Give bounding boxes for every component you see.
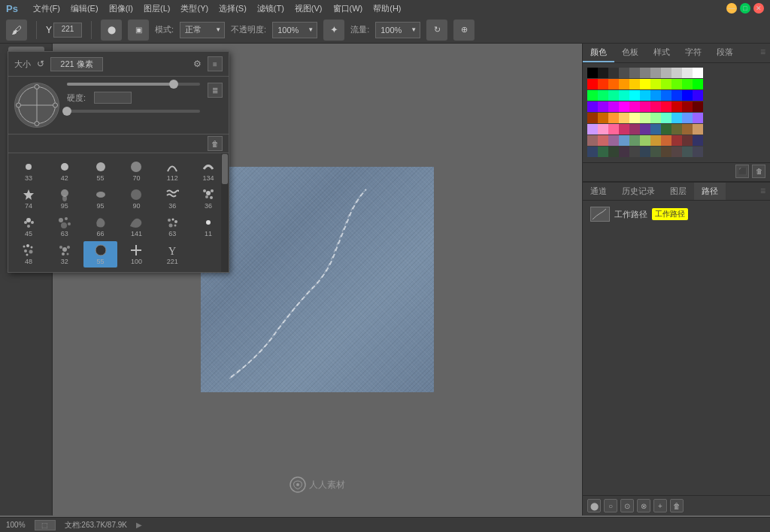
color-swatch[interactable] xyxy=(587,147,598,157)
brush-tool-icon[interactable]: 🖌 xyxy=(6,20,27,41)
fill-path-icon[interactable]: ⬤ xyxy=(587,499,601,512)
color-swatch[interactable] xyxy=(650,124,661,135)
delete-brush-icon[interactable]: 🗑 xyxy=(208,136,223,151)
color-swatch[interactable] xyxy=(682,79,693,89)
color-swatch[interactable] xyxy=(693,68,703,78)
brush-scrollbar-thumb[interactable] xyxy=(222,154,228,184)
color-swatch[interactable] xyxy=(671,90,682,101)
mode-dropdown[interactable]: 正常 xyxy=(180,22,225,38)
brush-reset-icon[interactable]: ↺ xyxy=(37,59,44,69)
color-swatch[interactable] xyxy=(587,124,598,135)
menu-view[interactable]: 视图(V) xyxy=(290,2,327,16)
menu-window[interactable]: 窗口(W) xyxy=(329,2,368,16)
tab-channels[interactable]: 通道 xyxy=(583,183,614,200)
menu-filter[interactable]: 滤镜(T) xyxy=(253,2,289,16)
top-handle[interactable] xyxy=(35,84,40,89)
color-swatch[interactable] xyxy=(650,79,661,89)
color-swatch[interactable] xyxy=(598,79,608,89)
color-swatch[interactable] xyxy=(598,113,608,123)
brush-item-74[interactable]: 74 xyxy=(11,186,46,212)
color-swatch[interactable] xyxy=(608,124,619,135)
color-swatch[interactable] xyxy=(587,90,598,101)
new-path-icon[interactable]: + xyxy=(653,499,667,512)
brush-item-63a[interactable]: 63 xyxy=(47,213,82,240)
color-swatch[interactable] xyxy=(598,68,608,78)
color-swatch[interactable] xyxy=(671,124,682,135)
close-button[interactable]: ✕ xyxy=(753,3,764,14)
load-path-icon[interactable]: ⊙ xyxy=(620,499,634,512)
color-swatch[interactable] xyxy=(693,135,703,146)
color-swatch[interactable] xyxy=(682,124,693,135)
color-swatch[interactable] xyxy=(650,68,661,78)
status-arrow[interactable]: ▶ xyxy=(136,521,142,529)
tab-paragraph[interactable]: 段落 xyxy=(709,44,741,62)
color-swatch[interactable] xyxy=(693,90,703,101)
color-swatch[interactable] xyxy=(693,147,703,157)
airbrush-icon[interactable]: ✦ xyxy=(323,20,344,41)
stroke-path-icon[interactable]: ○ xyxy=(604,499,617,512)
color-swatch[interactable] xyxy=(640,124,650,135)
color-swatch[interactable] xyxy=(629,101,640,112)
color-swatch[interactable] xyxy=(693,101,703,112)
color-swatch[interactable] xyxy=(608,79,619,89)
color-swatch[interactable] xyxy=(640,68,650,78)
tab-swatches[interactable]: 色板 xyxy=(614,44,646,62)
brush-gear-icon[interactable]: ⚙ xyxy=(193,59,202,69)
color-swatch[interactable] xyxy=(608,101,619,112)
brush-item-66[interactable]: 66 xyxy=(83,213,118,240)
hardness-input[interactable] xyxy=(94,92,132,104)
color-swatch[interactable] xyxy=(629,147,640,157)
tab-layers[interactable]: 图层 xyxy=(662,183,694,200)
color-swatch[interactable] xyxy=(682,135,693,146)
bottom-handle[interactable] xyxy=(35,121,40,126)
color-swatch[interactable] xyxy=(608,90,619,101)
color-swatch[interactable] xyxy=(671,101,682,112)
zoom-box[interactable]: ⬚ xyxy=(35,520,56,530)
delete-path-icon[interactable]: 🗑 xyxy=(670,499,684,512)
tab-paths[interactable]: 路径 xyxy=(694,183,726,200)
color-swatch[interactable] xyxy=(619,135,629,146)
tab-character[interactable]: 字符 xyxy=(678,44,709,62)
smoothing-icon[interactable]: ↻ xyxy=(426,20,447,41)
color-swatch[interactable] xyxy=(671,68,682,78)
angle-icon[interactable]: ⊕ xyxy=(453,20,474,41)
opacity-dropdown[interactable]: 100% xyxy=(272,22,317,38)
color-swatch[interactable] xyxy=(693,113,703,123)
menu-edit[interactable]: 编辑(E) xyxy=(66,2,103,16)
brush-preset-icon[interactable]: ⬤ xyxy=(101,20,122,41)
color-swatch[interactable] xyxy=(640,113,650,123)
brush-item-36a[interactable]: 36 xyxy=(155,186,189,212)
lower-panel-menu[interactable]: ≡ xyxy=(756,183,770,200)
color-swatch[interactable] xyxy=(640,90,650,101)
menu-bar[interactable]: 文件(F) 编辑(E) 图像(I) 图层(L) 类型(Y) 选择(S) 滤镜(T… xyxy=(29,2,406,16)
delete-swatch-icon[interactable]: 🗑 xyxy=(752,165,765,178)
color-swatch[interactable] xyxy=(587,101,598,112)
color-swatch[interactable] xyxy=(671,135,682,146)
tab-color[interactable]: 颜色 xyxy=(583,44,614,62)
color-swatch[interactable] xyxy=(682,101,693,112)
color-swatch[interactable] xyxy=(650,135,661,146)
color-swatch[interactable] xyxy=(640,101,650,112)
color-swatch[interactable] xyxy=(682,113,693,123)
color-swatch[interactable] xyxy=(587,79,598,89)
color-swatch[interactable] xyxy=(661,124,671,135)
minimize-button[interactable]: — xyxy=(726,3,737,14)
brush-item-90[interactable]: 90 xyxy=(119,186,153,212)
color-swatch[interactable] xyxy=(598,147,608,157)
color-swatch[interactable] xyxy=(661,101,671,112)
brush-list-icon[interactable]: ≣ xyxy=(208,83,223,98)
color-swatch[interactable] xyxy=(629,90,640,101)
color-swatch[interactable] xyxy=(608,68,619,78)
menu-image[interactable]: 图像(I) xyxy=(105,2,138,16)
brush-item-112[interactable]: 112 xyxy=(155,158,189,184)
color-swatch[interactable] xyxy=(587,68,598,78)
color-swatch[interactable] xyxy=(629,113,640,123)
panel-menu-icon[interactable]: ≡ xyxy=(208,56,223,71)
tab-history[interactable]: 历史记录 xyxy=(614,183,662,200)
brush-item-55b[interactable]: 55 xyxy=(83,241,118,268)
color-swatch[interactable] xyxy=(619,147,629,157)
color-swatch[interactable] xyxy=(587,113,598,123)
color-swatch[interactable] xyxy=(608,113,619,123)
color-panel-close[interactable]: ≡ xyxy=(756,44,770,62)
color-swatch[interactable] xyxy=(629,135,640,146)
